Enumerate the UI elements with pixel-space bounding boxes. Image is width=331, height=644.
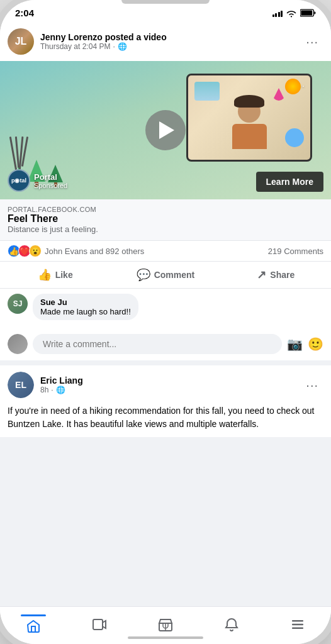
avatar-eric: EL: [8, 372, 34, 398]
svg-rect-2: [93, 619, 103, 630]
comments-section: SJ Sue Ju Made me laugh so hard!!: [0, 289, 331, 330]
post-author-1: Jenny Lorenzo posted a video: [40, 32, 295, 42]
ad-title: Feel There: [8, 213, 323, 225]
content-scroll[interactable]: JL Jenny Lorenzo posted a video Thursday…: [0, 22, 331, 606]
more-options-button-2[interactable]: ···: [301, 375, 323, 395]
reactions-row: 👍 ❤️ 😮 John Evans and 892 others 219 Com…: [0, 241, 331, 261]
avatar-self: [8, 334, 28, 354]
play-triangle-icon: [159, 121, 174, 139]
post-header-2: EL Eric Liang 8h · 🌐 ···: [0, 365, 331, 404]
portal-device: ···: [186, 74, 312, 162]
ad-body: Distance is just a feeling.: [8, 225, 323, 234]
post-author-2: Eric Liang: [40, 375, 295, 386]
portal-logo: p◉tal: [8, 169, 30, 192]
post-subtitle-1: Thursday at 2:04 PM · 🌐: [40, 42, 295, 51]
marketplace-icon: [158, 617, 173, 632]
phone-notch: [121, 0, 210, 4]
battery-icon: [300, 9, 316, 17]
comments-count: 219 Comments: [268, 247, 323, 256]
phone-bottom-bar: [128, 636, 203, 639]
post-header-1: JL Jenny Lorenzo posted a video Thursday…: [0, 22, 331, 61]
reaction-text: John Evans and 892 others: [45, 247, 144, 256]
reaction-left: 👍 ❤️ 😮 John Evans and 892 others: [8, 245, 144, 257]
comment-icon: 💬: [137, 268, 150, 282]
play-button[interactable]: [145, 110, 186, 150]
menu-icon: [290, 617, 305, 632]
comment-bubble: Sue Ju Made me laugh so hard!!: [33, 294, 138, 320]
wow-emoji: 😮: [29, 245, 42, 257]
avatar-jenny: JL: [8, 28, 34, 55]
learn-more-button[interactable]: Learn More: [256, 172, 323, 192]
status-time: 2:04: [15, 8, 34, 18]
ad-url: PORTAL.FACEBOOK.COM: [8, 206, 323, 213]
ad-description: PORTAL.FACEBOOK.COM Feel There Distance …: [0, 199, 331, 241]
nav-video[interactable]: [66, 612, 132, 636]
nav-active-indicator: [21, 614, 46, 616]
post-card-2: EL Eric Liang 8h · 🌐 ··· If you're in ne…: [0, 365, 331, 437]
svg-rect-3: [292, 620, 303, 622]
home-icon: [26, 619, 41, 634]
ad-logo-overlay: p◉tal Portal Sponsored: [8, 169, 67, 192]
camera-icon[interactable]: 📷: [287, 336, 303, 352]
comment-text: Made me laugh so hard!!: [40, 307, 131, 316]
emoji-icon[interactable]: 🙂: [308, 336, 323, 352]
phone-shell: 2:04 JL: [0, 0, 331, 644]
svg-rect-1: [301, 10, 312, 15]
nav-home[interactable]: [0, 612, 66, 636]
globe-icon-2: 🌐: [56, 386, 65, 394]
portal-brand-text: Portal Sponsored: [34, 172, 67, 189]
globe-icon: 🌐: [118, 42, 127, 51]
signal-icon: [272, 9, 283, 17]
status-icons: [272, 9, 317, 18]
comment-item: SJ Sue Ju Made me laugh so hard!!: [8, 294, 323, 320]
svg-rect-5: [292, 627, 303, 629]
bell-icon: [224, 617, 239, 632]
reaction-emojis: 👍 ❤️ 😮: [8, 245, 42, 257]
more-options-button-1[interactable]: ···: [301, 32, 323, 52]
ad-background: ···: [0, 61, 331, 199]
post-meta-1: Jenny Lorenzo posted a video Thursday at…: [40, 32, 295, 51]
action-row: 👍 Like 💬 Comment ↗ Share: [0, 261, 331, 289]
wifi-icon: [286, 9, 297, 18]
ad-video-container[interactable]: ···: [0, 61, 331, 199]
share-icon: ↗: [257, 268, 266, 282]
nav-notifications[interactable]: [199, 612, 265, 636]
like-icon: 👍: [38, 268, 52, 282]
post-meta-2: Eric Liang 8h · 🌐: [40, 375, 295, 394]
video-icon: [92, 617, 107, 632]
avatar-sue: SJ: [8, 294, 28, 314]
comment-author: Sue Ju: [40, 297, 131, 307]
post-card-1: JL Jenny Lorenzo posted a video Thursday…: [0, 22, 331, 360]
nav-menu[interactable]: [265, 612, 331, 636]
post-body-2: If you're in need of a hiking recommenda…: [0, 404, 331, 437]
post-subtitle-2: 8h · 🌐: [40, 386, 295, 394]
comment-input-row: 📷 🙂: [0, 330, 331, 360]
comment-button[interactable]: 💬 Comment: [110, 263, 220, 287]
like-button[interactable]: 👍 Like: [0, 263, 110, 287]
input-icons: 📷 🙂: [287, 336, 323, 352]
nav-marketplace[interactable]: [132, 612, 198, 636]
share-button[interactable]: ↗ Share: [221, 263, 331, 287]
svg-rect-4: [292, 623, 303, 625]
comment-input[interactable]: [33, 334, 282, 354]
